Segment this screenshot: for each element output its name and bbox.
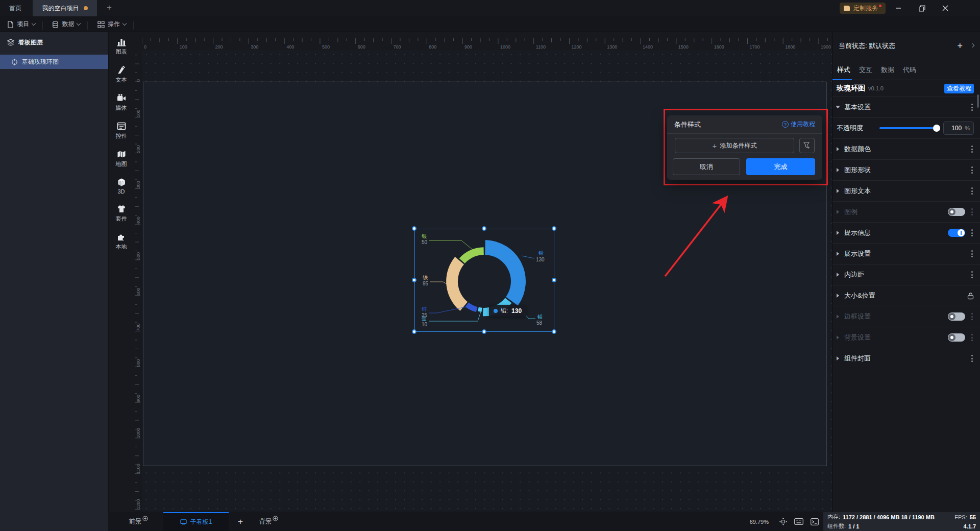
resize-handle[interactable] [552,226,556,231]
minimize-button[interactable] [887,0,910,16]
shortcuts-button[interactable] [791,512,807,531]
kebab-menu-icon[interactable] [970,207,974,216]
section-11[interactable]: 组件封面 [832,348,980,369]
lock-icon[interactable] [967,292,974,300]
tab-project[interactable]: 我的空白项目 [33,0,97,16]
dock-item-3[interactable]: 控件 [109,116,134,144]
tutorial-link[interactable]: ? 使用教程 [782,120,815,129]
kebab-menu-icon[interactable] [970,165,974,175]
fit-view-button[interactable] [776,512,791,531]
section-2[interactable]: 图形形状 [832,159,980,180]
section-5[interactable]: 提示信息 [832,222,980,243]
resize-handle[interactable] [552,329,556,334]
section-4[interactable]: 图例 [832,201,980,222]
tooltip-series-name: 铅: [501,307,508,315]
terminal-icon [811,518,819,525]
resize-handle[interactable] [552,278,556,282]
board-tab-active[interactable]: 子看板1 [163,512,229,531]
svg-text:700: 700 [136,323,141,331]
dock-item-1[interactable]: 文本 [109,60,134,88]
add-background-icon[interactable] [273,516,278,521]
section-6[interactable]: 展示设置 [832,243,980,264]
custom-service-badge[interactable]: 定制服务 [840,3,886,14]
section-8[interactable]: 大小&位置 [832,285,980,306]
opacity-value-box[interactable]: 100% [943,122,974,135]
section-label: 图形文本 [844,186,965,196]
section-9[interactable]: 边框设置 [832,306,980,327]
kebab-menu-icon[interactable] [970,249,974,258]
panel-scrollbar[interactable] [977,94,979,108]
kebab-menu-icon[interactable] [970,228,974,237]
svg-text:0: 0 [144,44,146,50]
add-state-icon[interactable]: + [957,41,963,52]
kebab-menu-icon[interactable] [970,103,974,112]
memory-row: 内存: 1172 / 2881 / 4096 MB 18 / 1190 MB F… [827,513,976,521]
section-7[interactable]: 内边距 [832,264,980,285]
section-3[interactable]: 图形文本 [832,180,980,201]
section-toggle[interactable] [948,208,965,216]
tab-data[interactable]: 数据 [881,65,894,75]
section-10[interactable]: 背景设置 [832,327,980,348]
kebab-menu-icon[interactable] [970,354,974,363]
dock-item-7[interactable]: 本地 [109,227,134,255]
view-tutorial-button[interactable]: 查看教程 [944,84,974,93]
dock-item-2[interactable]: 媒体 [109,88,134,116]
inspector-panel: 当前状态: 默认状态 + 样式 交互 数据 代码 玫瑰环图 v0.1.0 查看教… [832,32,980,512]
dock-item-0[interactable]: 图表 [109,32,134,60]
add-condition-style-button[interactable]: + 添加条件样式 [675,138,794,153]
opacity-row: 不透明度100% [832,117,980,138]
svg-text:800: 800 [429,44,436,50]
cancel-button[interactable]: 取消 [673,158,740,175]
svg-text:1000: 1000 [136,428,141,438]
new-tab-icon[interactable]: + [107,3,112,12]
kebab-menu-icon[interactable] [970,186,974,196]
resize-handle[interactable] [482,226,486,231]
section-toggle[interactable] [948,229,965,237]
resize-handle[interactable] [412,278,416,282]
resize-handle[interactable] [482,329,486,334]
menu-actions[interactable]: 操作 [90,16,133,32]
chevron-right-icon[interactable] [970,43,974,47]
section-1[interactable]: 数据颜色 [832,138,980,159]
tab-style[interactable]: 样式 [837,65,850,75]
slider-knob[interactable] [933,125,940,132]
unsaved-dot [84,6,88,10]
tab-interaction[interactable]: 交互 [859,65,872,75]
svg-text:200: 200 [215,44,223,50]
resize-handle[interactable] [412,226,416,231]
memory-value: 1172 / 2881 / 4096 MB 18 / 1190 MB [843,514,935,520]
section-toggle[interactable] [948,312,965,321]
dock-item-5[interactable]: 3D [109,173,134,199]
console-button[interactable] [807,512,822,531]
database-icon [52,21,59,28]
tab-home[interactable]: 首页 [0,0,31,16]
close-button[interactable] [934,0,957,16]
menu-data[interactable]: 数据 [45,16,87,32]
kebab-menu-icon[interactable] [970,312,974,321]
kebab-menu-icon[interactable] [970,270,974,279]
maximize-button[interactable] [910,0,934,16]
dock-item-6[interactable]: 套件 [109,199,134,227]
section-toggle[interactable] [948,333,965,342]
foreground-tab[interactable]: 前景 [122,512,155,531]
document-icon [7,21,14,28]
menu-project[interactable]: 项目 [0,16,42,32]
tab-code[interactable]: 代码 [903,65,916,75]
add-foreground-icon[interactable] [142,516,148,521]
kebab-menu-icon[interactable] [970,144,974,154]
tooltip-series-dot [494,309,498,313]
components-count-value: 1 / 1 [848,523,859,529]
confirm-button[interactable]: 完成 [746,158,815,175]
section-label: 大小&位置 [844,291,962,300]
background-tab[interactable]: 背景 [252,512,285,531]
opacity-slider[interactable] [879,127,939,129]
section-0[interactable]: 基本设置 [832,96,980,117]
dock-item-4[interactable]: 地图 [109,144,134,173]
chevron-right-icon [837,147,839,151]
cancel-label: 取消 [700,162,713,172]
filter-add-button[interactable] [799,138,815,153]
layer-item-rose-chart[interactable]: 基础玫瑰环图 [0,55,108,69]
kebab-menu-icon[interactable] [970,333,974,342]
add-board-button[interactable]: + [229,512,252,531]
resize-handle[interactable] [412,329,416,334]
